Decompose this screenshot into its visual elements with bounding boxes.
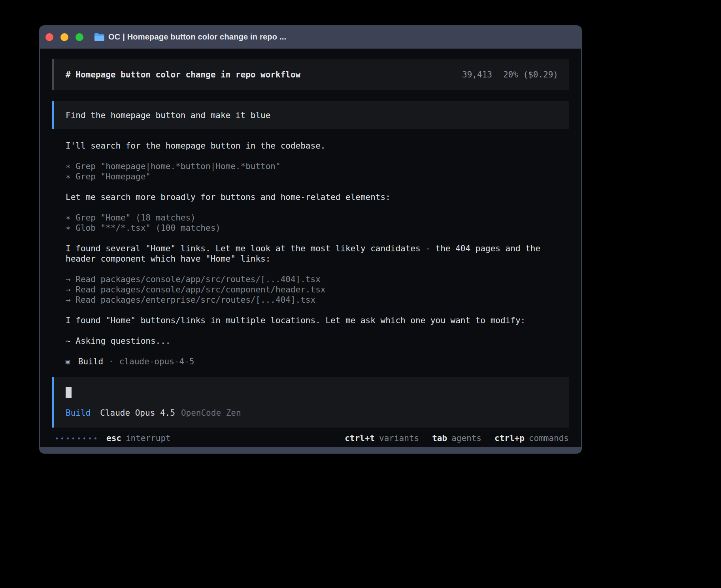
- agent-mode-icon: ▣: [66, 356, 70, 367]
- assistant-line: I found "Home" buttons/links in multiple…: [66, 315, 569, 326]
- status-line: ~ Asking questions...: [66, 336, 569, 346]
- assistant-line: I'll search for the homepage button in t…: [66, 141, 569, 151]
- shortcut-key: esc: [106, 433, 121, 443]
- tool-call-group: → Read packages/console/app/src/routes/[…: [66, 274, 569, 305]
- shortcut-key: tab: [432, 433, 447, 443]
- tool-call-line: → Read packages/console/app/src/routes/[…: [66, 274, 569, 285]
- assistant-message: Let me search more broadly for buttons a…: [66, 192, 569, 202]
- assistant-line: Let me search more broadly for buttons a…: [66, 192, 569, 202]
- tool-call-group: ∗ Grep "Home" (18 matches) ∗ Glob "**/*.…: [66, 213, 569, 233]
- terminal-window: OC | Homepage button color change in rep…: [39, 25, 582, 454]
- shortcut-label: interrupt: [126, 433, 171, 443]
- shortcut-agents[interactable]: tab agents: [432, 433, 481, 443]
- shortcut-interrupt[interactable]: esc interrupt: [106, 433, 171, 443]
- user-message-text: Find the homepage button and make it blu…: [66, 110, 270, 121]
- assistant-message: I found "Home" buttons/links in multiple…: [66, 315, 569, 326]
- user-message: Find the homepage button and make it blu…: [52, 101, 569, 129]
- text-cursor: [66, 387, 72, 398]
- terminal-content: # Homepage button color change in repo w…: [40, 49, 581, 447]
- titlebar[interactable]: OC | Homepage button color change in rep…: [40, 25, 581, 49]
- assistant-line: I found several "Home" links. Let me loo…: [66, 243, 569, 254]
- conversation: I'll search for the homepage button in t…: [52, 141, 569, 367]
- traffic-lights: [45, 33, 83, 41]
- spinner-dots: [56, 437, 96, 439]
- shortcut-commands[interactable]: ctrl+p commands: [495, 433, 569, 443]
- agent-status-row: ▣ Build · claude-opus-4-5: [66, 356, 569, 367]
- minimize-button[interactable]: [60, 33, 68, 41]
- shortcut-key: ctrl+p: [495, 433, 525, 443]
- prompt-input[interactable]: Build Claude Opus 4.5 OpenCode Zen: [52, 377, 569, 428]
- session-title: # Homepage button color change in repo w…: [66, 70, 300, 80]
- input-model-label[interactable]: Claude Opus 4.5: [100, 408, 175, 418]
- input-provider-label: OpenCode Zen: [181, 408, 241, 418]
- separator-dot: ·: [109, 356, 114, 367]
- agent-model: claude-opus-4-5: [119, 356, 194, 367]
- tool-call-line: ∗ Glob "**/*.tsx" (100 matches): [66, 223, 569, 233]
- session-header: # Homepage button color change in repo w…: [52, 59, 569, 90]
- shortcut-variants[interactable]: ctrl+t variants: [345, 433, 419, 443]
- input-meta-row: Build Claude Opus 4.5 OpenCode Zen: [66, 408, 569, 418]
- status-bar: esc interrupt ctrl+t variants tab agents…: [52, 433, 569, 443]
- assistant-message: I found several "Home" links. Let me loo…: [66, 243, 569, 264]
- close-button[interactable]: [45, 33, 53, 41]
- tool-call-line: ∗ Grep "homepage|home.*button|Home.*butt…: [66, 161, 569, 172]
- shortcut-list: ctrl+t variants tab agents ctrl+p comman…: [345, 433, 569, 443]
- tool-call-line: ∗ Grep "Homepage": [66, 172, 569, 182]
- window-title: OC | Homepage button color change in rep…: [108, 32, 286, 41]
- folder-icon: [94, 33, 105, 41]
- assistant-line: header component which have "Home" links…: [66, 254, 569, 264]
- context-usage: 20% ($0.29): [503, 70, 558, 80]
- agent-name: Build: [78, 356, 103, 367]
- tool-call-line: → Read packages/console/app/src/componen…: [66, 285, 569, 295]
- shortcut-label: agents: [451, 433, 481, 443]
- input-mode-label[interactable]: Build: [66, 408, 91, 418]
- tool-call-line: ∗ Grep "Home" (18 matches): [66, 213, 569, 223]
- assistant-message: I'll search for the homepage button in t…: [66, 141, 569, 151]
- shortcut-key: ctrl+t: [345, 433, 375, 443]
- status-message: ~ Asking questions...: [66, 336, 569, 346]
- tool-call-line: → Read packages/enterprise/src/routes/[.…: [66, 295, 569, 305]
- zoom-button[interactable]: [75, 33, 83, 41]
- session-meta: 39,413 20% ($0.29): [462, 70, 558, 80]
- shortcut-label: commands: [529, 433, 569, 443]
- shortcut-label: variants: [379, 433, 419, 443]
- token-count: 39,413: [462, 70, 492, 80]
- tool-call-group: ∗ Grep "homepage|home.*button|Home.*butt…: [66, 161, 569, 182]
